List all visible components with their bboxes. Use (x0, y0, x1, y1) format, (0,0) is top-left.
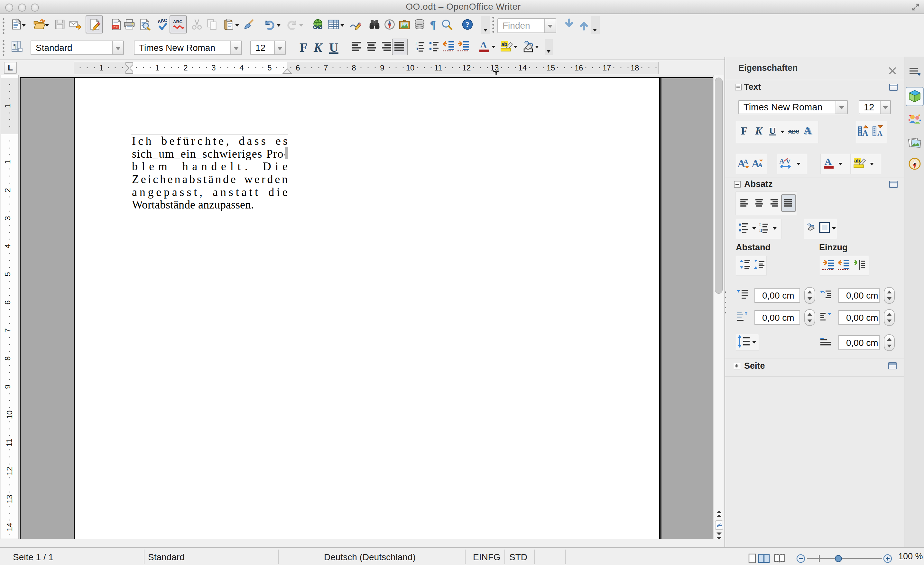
svg-text:?: ? (465, 20, 470, 28)
svg-text:ab: ab (501, 42, 507, 47)
svg-text:A: A (743, 158, 748, 166)
svg-text:ab: ab (854, 158, 860, 163)
svg-text:U: U (769, 125, 776, 136)
svg-text:A: A (779, 157, 784, 165)
svg-text:V: V (786, 157, 791, 165)
svg-text:A: A (480, 40, 487, 50)
svg-text:I: I (759, 222, 760, 227)
svg-text:A: A (862, 128, 868, 138)
svg-text:F: F (741, 125, 748, 137)
svg-text:¶: ¶ (430, 18, 436, 31)
svg-text:K: K (755, 125, 763, 137)
svg-text:II: II (416, 46, 418, 51)
svg-text:II: II (759, 228, 762, 232)
svg-text:¶: ¶ (13, 42, 17, 49)
svg-text:A: A (878, 129, 882, 137)
svg-text:ABC: ABC (173, 19, 183, 24)
svg-text:A: A (804, 125, 811, 136)
svg-text:I: I (416, 40, 417, 45)
svg-text:PDF: PDF (112, 25, 119, 28)
svg-text:A: A (825, 156, 832, 167)
svg-text:A: A (758, 162, 763, 169)
